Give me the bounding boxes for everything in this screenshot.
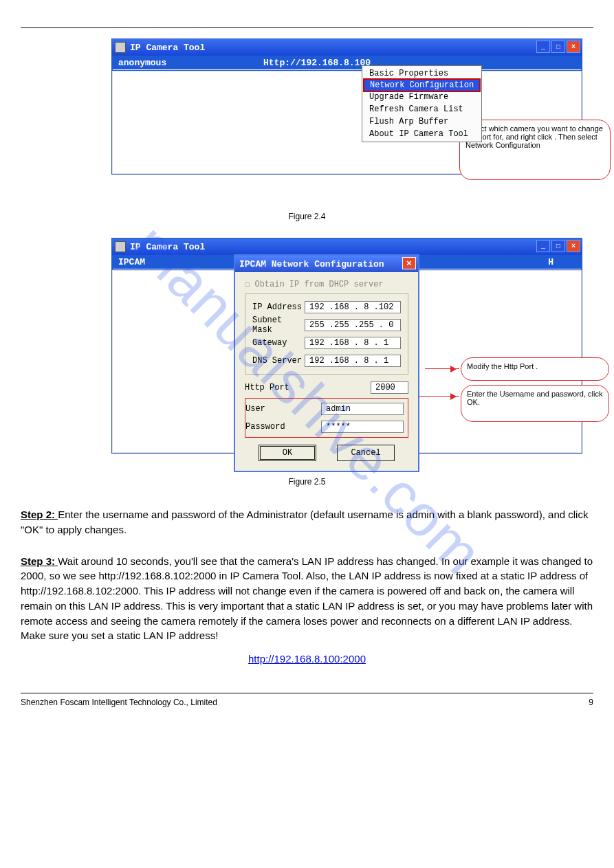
- header-rule: [21, 27, 593, 28]
- callout-arrow-port: [425, 368, 459, 369]
- callout-cred: Enter the Username and password, click O…: [461, 385, 609, 422]
- ip-field[interactable]: 192 .168 . 8 .102: [305, 301, 401, 313]
- figure-caption-2: Figure 2.5: [21, 477, 593, 487]
- footer-page: 9: [589, 698, 593, 707]
- menu-refresh-list[interactable]: Refresh Camera List: [362, 103, 481, 115]
- password-field[interactable]: *****: [321, 421, 404, 433]
- network-config-dialog: IPCAM Network Configuration × ☐ Obtain I…: [234, 254, 419, 472]
- dialog-title: IPCAM Network Configuration: [239, 259, 384, 269]
- http-port-field[interactable]: 2000: [371, 381, 408, 394]
- window-titlebar[interactable]: IP Camera Tool _ □ ×: [112, 39, 582, 56]
- step2-paragraph: Step 2: Enter the username and password …: [21, 507, 593, 537]
- callout-arrow-cred: [419, 396, 459, 397]
- cancel-button[interactable]: Cancel: [337, 445, 395, 461]
- camera-name-cell[interactable]: anonymous: [113, 56, 261, 69]
- step3-paragraph: Step 3: Wait around 10 seconds, you'll s…: [21, 554, 593, 644]
- example-url-link[interactable]: http://192.168.8.100:2000: [248, 653, 366, 665]
- maximize-button[interactable]: □: [551, 41, 565, 53]
- callout-port: Modify the Http Port .: [461, 357, 609, 381]
- minimize-button[interactable]: _: [536, 240, 550, 252]
- footer: Shenzhen Foscam Intelligent Technology C…: [21, 693, 593, 707]
- minimize-button[interactable]: _: [536, 41, 550, 53]
- footer-copyright: Shenzhen Foscam Intelligent Technology C…: [21, 698, 217, 707]
- menu-upgrade-firmware[interactable]: Upgrade Firmware: [362, 91, 481, 103]
- gw-field[interactable]: 192 .168 . 8 . 1: [305, 337, 401, 349]
- mask-field[interactable]: 255 .255 .255 . 0: [305, 319, 401, 331]
- close-button[interactable]: ×: [567, 240, 580, 252]
- user-field[interactable]: admin: [321, 403, 404, 415]
- password-label: Password: [245, 422, 321, 432]
- dialog-close-button[interactable]: ×: [402, 257, 416, 269]
- window-titlebar-2[interactable]: IP Camera Tool _ □ ×: [112, 238, 582, 255]
- port-label: Http Port: [245, 383, 320, 392]
- menu-about[interactable]: About IP Camera Tool: [362, 128, 481, 140]
- menu-network-configuration[interactable]: Network Configuration: [363, 78, 481, 92]
- context-menu: Basic Properties Network Configuration U…: [362, 65, 482, 142]
- ok-button[interactable]: OK: [259, 445, 316, 461]
- dialog-titlebar[interactable]: IPCAM Network Configuration ×: [235, 256, 418, 272]
- mask-label: Subnet Mask: [252, 315, 305, 335]
- dhcp-checkbox[interactable]: ☐ Obtain IP from DHCP server: [245, 279, 408, 289]
- window-title: IP Camera Tool: [130, 43, 205, 53]
- close-button[interactable]: ×: [567, 41, 580, 53]
- app-icon: [115, 42, 126, 53]
- dns-field[interactable]: 192 .168 . 8 . 1: [305, 355, 401, 367]
- ip-label: IP Address: [252, 302, 305, 312]
- figure-caption-1: Figure 2.4: [21, 212, 593, 221]
- dhcp-label: Obtain IP from DHCP server: [254, 280, 383, 289]
- dns-label: DNS Server: [252, 356, 305, 366]
- app-icon: [115, 241, 126, 252]
- menu-flush-arp[interactable]: Flush Arp Buffer: [362, 115, 481, 128]
- window-title-2: IP Camera Tool: [130, 242, 205, 252]
- user-label: User: [245, 404, 321, 414]
- maximize-button[interactable]: □: [551, 240, 565, 252]
- gw-label: Gateway: [252, 338, 305, 348]
